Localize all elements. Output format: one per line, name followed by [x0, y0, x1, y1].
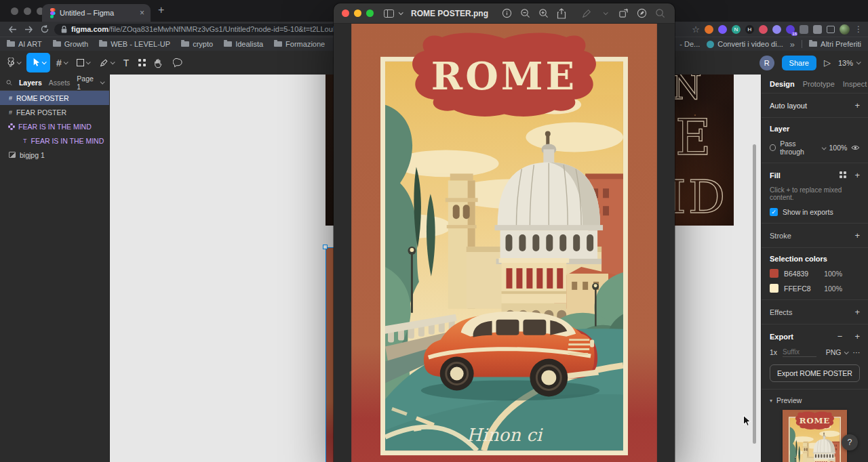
tab-assets[interactable]: Assets: [49, 79, 71, 87]
layer-row-bigjpg[interactable]: bigjpg 1: [0, 148, 109, 162]
bookmark-star-icon[interactable]: ☆: [692, 24, 700, 35]
minimize-button[interactable]: [354, 9, 361, 17]
bookmark-ai-art[interactable]: AI ART: [7, 40, 42, 48]
forward-icon[interactable]: [22, 23, 35, 35]
bookmark-altri-preferiti[interactable]: Altri Preferiti: [809, 40, 861, 48]
layer-opacity[interactable]: 100%: [829, 144, 848, 152]
annotate-icon[interactable]: [635, 8, 648, 18]
preview-section-header[interactable]: ▾ Preview: [762, 390, 868, 404]
extension-icon-key[interactable]: [759, 25, 768, 34]
comment-tool[interactable]: [168, 51, 188, 75]
export-format-select[interactable]: PNG: [826, 348, 848, 356]
add-fill-button[interactable]: +: [854, 170, 860, 180]
add-export-button[interactable]: +: [854, 331, 860, 341]
bookmark-idealista[interactable]: Idealista: [224, 40, 263, 48]
selection-color-row[interactable]: B64839 100%: [770, 269, 860, 278]
layer-row-fear-component[interactable]: FEAR IS IN THE MIND: [0, 119, 109, 133]
layer-row-fear-poster[interactable]: # FEAR POSTER: [0, 105, 109, 119]
share-icon[interactable]: [555, 8, 568, 19]
extension-icon-ghost[interactable]: [772, 25, 781, 34]
help-button[interactable]: ?: [842, 434, 858, 450]
share-button[interactable]: Share: [782, 56, 816, 70]
shape-tool[interactable]: [72, 51, 94, 75]
page-selector[interactable]: Page 1: [77, 75, 103, 91]
blend-mode-icon[interactable]: [770, 144, 776, 151]
text-tool[interactable]: T: [119, 51, 134, 75]
browser-minimize-button[interactable]: [24, 7, 31, 15]
back-icon[interactable]: [5, 23, 19, 35]
extension-icon-purple[interactable]: [718, 25, 727, 34]
bookmark-web-level-up[interactable]: WEB - LEVEL-UP: [99, 40, 170, 48]
export-scale[interactable]: 1x: [770, 348, 777, 356]
color-swatch-cream[interactable]: [770, 284, 778, 293]
tab-search-icon[interactable]: [827, 26, 835, 33]
browser-close-button[interactable]: [11, 7, 18, 15]
show-in-exports-checkbox[interactable]: ✓: [770, 208, 778, 216]
browser-tab[interactable]: Untitled – Figma ×: [42, 4, 151, 22]
color-hex[interactable]: FFEFC8: [784, 285, 811, 293]
export-more-icon[interactable]: ⋯: [853, 348, 861, 356]
eye-icon[interactable]: [851, 144, 860, 151]
zoom-control[interactable]: 13%: [838, 59, 860, 67]
present-icon[interactable]: ▷: [824, 58, 831, 68]
color-opacity[interactable]: 100%: [824, 270, 842, 278]
sidebar-toggle-icon[interactable]: [384, 9, 394, 18]
extension-icon-code[interactable]: [800, 25, 808, 34]
rotate-icon[interactable]: [616, 8, 630, 18]
tab-inspect[interactable]: Inspect: [843, 80, 867, 88]
move-tool[interactable]: [26, 53, 50, 72]
main-menu-button[interactable]: [3, 51, 25, 75]
fullscreen-button[interactable]: [366, 9, 374, 17]
color-hex[interactable]: B64839: [784, 270, 808, 278]
reload-icon[interactable]: [38, 23, 52, 35]
user-avatar[interactable]: R: [760, 56, 774, 70]
search-icon[interactable]: [653, 8, 667, 18]
color-opacity[interactable]: 100%: [824, 285, 842, 293]
new-tab-button[interactable]: +: [158, 4, 164, 16]
search-icon[interactable]: [6, 79, 12, 86]
add-effect-button[interactable]: +: [854, 307, 860, 317]
add-auto-layout-button[interactable]: +: [854, 100, 860, 110]
extensions-puzzle-icon[interactable]: [813, 25, 822, 34]
export-rome-poster-button[interactable]: Export ROME POSTER: [770, 364, 860, 382]
bookmark-formazione[interactable]: Formazione: [274, 40, 325, 48]
bookmark-growth[interactable]: Growth: [53, 40, 88, 48]
extension-icon-n[interactable]: N: [732, 25, 741, 34]
close-button[interactable]: [342, 9, 349, 17]
markup-chevron-icon[interactable]: [598, 12, 612, 15]
preview-titlebar[interactable]: ROME POSTER.png: [334, 3, 675, 24]
bookmark-partial[interactable]: - De...: [679, 40, 700, 48]
bookmarks-overflow-chevrons[interactable]: »: [790, 39, 795, 49]
bookmark-crypto[interactable]: crypto: [181, 40, 213, 48]
preview-window[interactable]: ROME POSTER.png: [334, 3, 675, 462]
info-icon[interactable]: [500, 8, 513, 18]
chevron-down-icon[interactable]: [822, 145, 827, 150]
hand-tool[interactable]: [149, 51, 168, 75]
chevron-down-icon[interactable]: [399, 10, 403, 15]
remove-export-button[interactable]: −: [837, 331, 843, 341]
resources-tool[interactable]: [134, 51, 149, 75]
browser-profile-avatar[interactable]: [840, 24, 850, 35]
add-stroke-button[interactable]: +: [854, 230, 860, 240]
blend-mode-value[interactable]: Pass through: [780, 140, 818, 156]
zoom-out-icon[interactable]: [518, 8, 532, 18]
pen-tool[interactable]: [94, 51, 119, 75]
extension-icon-fox[interactable]: [705, 25, 713, 34]
export-suffix-input[interactable]: [783, 348, 816, 357]
canvas-scrollbar[interactable]: [753, 144, 756, 444]
bookmark-converti[interactable]: Converti i video di...: [707, 40, 783, 48]
tab-layers[interactable]: Layers: [19, 79, 42, 87]
selection-color-row[interactable]: FFEFC8 100%: [770, 284, 860, 293]
extension-icon-badge[interactable]: 16: [786, 25, 795, 34]
selection-handle[interactable]: [323, 245, 328, 249]
extension-icon-h[interactable]: H: [745, 25, 754, 34]
tab-design[interactable]: Design: [770, 80, 795, 88]
browser-menu-icon[interactable]: ⋮: [854, 24, 863, 34]
layer-row-rome-poster[interactable]: # ROME POSTER: [0, 91, 109, 105]
tab-close-icon[interactable]: ×: [140, 9, 144, 17]
color-swatch-red[interactable]: [770, 269, 778, 278]
markup-pen-icon[interactable]: [580, 9, 593, 18]
tab-prototype[interactable]: Prototype: [803, 80, 835, 88]
layer-row-fear-text[interactable]: T FEAR IS IN THE MIND: [0, 133, 109, 148]
zoom-in-icon[interactable]: [536, 8, 550, 18]
